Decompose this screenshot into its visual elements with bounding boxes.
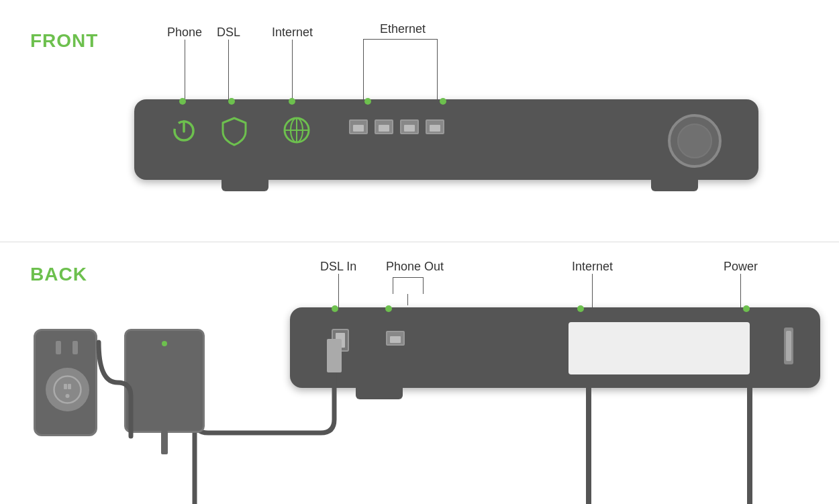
prong-left — [56, 341, 61, 354]
eth-port-1 — [349, 119, 368, 134]
phone-out-line-left — [393, 277, 393, 294]
front-section-label: FRONT — [30, 30, 98, 52]
back-section-label: BACK — [30, 264, 87, 285]
svg-rect-8 — [64, 384, 67, 389]
eth-port-4 — [426, 119, 444, 134]
svg-rect-9 — [68, 384, 71, 389]
svg-point-10 — [66, 394, 70, 398]
eth-bracket-left — [363, 39, 364, 69]
router-front-body — [134, 99, 758, 180]
eth-port-2 — [375, 119, 393, 134]
phone-out-led — [385, 305, 392, 312]
phone-out-port — [386, 331, 405, 346]
router-front-foot-right — [651, 171, 698, 191]
phone-led — [179, 98, 186, 105]
shield-icon — [221, 117, 247, 145]
outlet-face — [46, 368, 89, 411]
wps-button[interactable] — [668, 114, 722, 168]
svg-point-7 — [54, 376, 81, 403]
wps-button-inner — [677, 123, 712, 158]
outlet-cable-svg — [94, 329, 141, 443]
eth-bracket-top — [363, 39, 438, 40]
eth-bracket-right — [437, 39, 438, 69]
ethernet-ports-front — [349, 119, 444, 134]
internet-cable-vertical — [586, 388, 591, 504]
eth-led-2 — [440, 98, 446, 105]
brick-led — [162, 341, 167, 346]
wall-outlet-box — [34, 329, 97, 436]
internet-front-led — [289, 98, 295, 105]
phone-out-line-right — [423, 277, 424, 294]
router-front-foot-left — [221, 171, 268, 191]
power-icon — [171, 118, 197, 144]
phone-out-annotation: Phone Out — [386, 260, 444, 274]
internet-panel — [569, 322, 750, 374]
eth-led-1 — [364, 98, 371, 105]
dsl-plug — [327, 339, 342, 372]
dsl-in-led — [332, 305, 338, 312]
phone-out-drop — [407, 294, 408, 305]
globe-icon — [282, 115, 311, 145]
brick-cable-connector — [161, 431, 168, 454]
power-port-back — [784, 327, 793, 364]
section-divider — [0, 242, 839, 242]
dsl-led — [228, 98, 235, 105]
internet-back-led — [577, 305, 584, 312]
power-cable-vertical — [747, 388, 752, 504]
prong-right — [72, 341, 78, 354]
power-back-led — [743, 305, 750, 312]
phone-out-line-top — [393, 277, 424, 278]
eth-port-3 — [400, 119, 419, 134]
